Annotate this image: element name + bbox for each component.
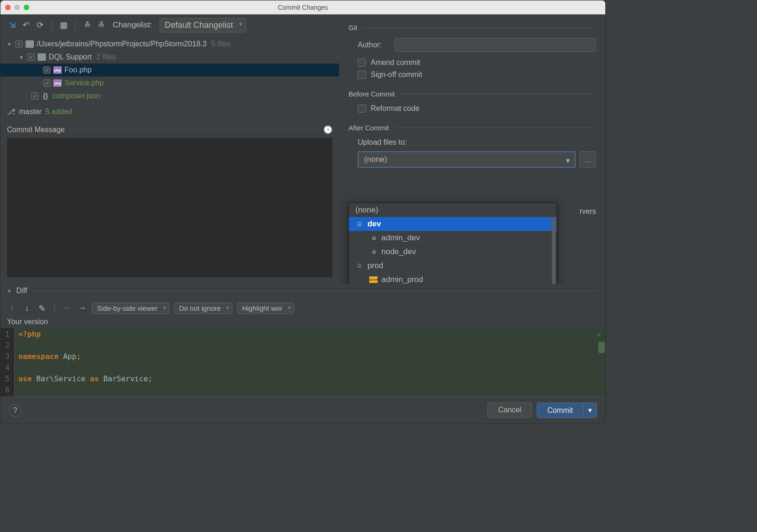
tree-root[interactable]: ▼ /Users/jetbrains/PhpstormProjects/PhpS… bbox=[0, 38, 339, 51]
changes-toolbar: ⇲ ↶ ⟳ ▦ ≛ ≚ Changelist: Default Changeli… bbox=[0, 14, 339, 36]
server-group-icon: ☰ bbox=[355, 221, 364, 227]
expand-all-icon[interactable]: ≛ bbox=[82, 20, 92, 30]
checkbox[interactable] bbox=[43, 66, 51, 74]
dd-option-node-dev[interactable]: 🖥 node_dev bbox=[349, 245, 557, 259]
server-icon: 🖥 bbox=[369, 249, 378, 255]
php-icon: php bbox=[53, 79, 62, 87]
prev-file-icon[interactable]: ← bbox=[62, 303, 72, 313]
checkmark-icon: ✓ bbox=[597, 330, 602, 339]
checkbox[interactable] bbox=[27, 53, 35, 61]
changelist-label: Changelist: bbox=[113, 20, 152, 30]
file-tree: ▼ /Users/jetbrains/PhpstormProjects/PhpS… bbox=[0, 36, 339, 104]
checkbox[interactable] bbox=[43, 79, 51, 87]
sftp-icon: SFTP bbox=[369, 276, 378, 283]
before-commit-header: Before Commit bbox=[348, 90, 395, 98]
dropdown-scrollbar[interactable] bbox=[552, 217, 556, 284]
dd-option-prod[interactable]: ☰ prod bbox=[349, 259, 557, 273]
titlebar: Commit Changes bbox=[0, 0, 605, 14]
dd-option-admin-prod[interactable]: SFTP admin_prod bbox=[349, 273, 557, 284]
diff-label: Diff bbox=[16, 287, 27, 295]
group-icon[interactable]: ▦ bbox=[58, 20, 69, 30]
collapse-icon[interactable]: ⇲ bbox=[7, 20, 17, 30]
dd-option-admin-dev[interactable]: 🖥 admin_dev bbox=[349, 231, 557, 245]
after-commit-header: After Commit bbox=[348, 124, 389, 132]
dd-option-dev[interactable]: ☰ dev bbox=[349, 217, 557, 231]
tree-file-foo[interactable]: php Foo.php bbox=[0, 64, 339, 77]
reformat-checkbox[interactable] bbox=[358, 104, 366, 113]
diff-editor[interactable]: 1 2 3 4 5 6 <?php namespace App; use Bar… bbox=[0, 328, 605, 397]
collapse-all-icon[interactable]: ≚ bbox=[96, 20, 106, 30]
undo-icon[interactable]: ↶ bbox=[21, 20, 31, 30]
viewer-dropdown[interactable]: Side-by-side viewer bbox=[92, 302, 169, 314]
more-button[interactable]: … bbox=[579, 151, 596, 168]
upload-label: Upload files to: bbox=[358, 138, 596, 147]
amend-label: Amend commit bbox=[371, 58, 420, 67]
folder-icon bbox=[38, 53, 46, 61]
checkbox[interactable] bbox=[15, 40, 23, 48]
history-icon[interactable]: 🕓 bbox=[323, 125, 333, 134]
server-group-icon: ☰ bbox=[355, 263, 364, 269]
edit-icon[interactable]: ✎ bbox=[37, 303, 47, 314]
dd-option-none[interactable]: (none) bbox=[349, 203, 557, 217]
your-version-label: Your version bbox=[0, 316, 605, 328]
branch-icon: ⎇ bbox=[7, 107, 15, 116]
code-area[interactable]: <?php namespace App; use Bar\Service as … bbox=[15, 328, 605, 397]
commit-button[interactable]: Commit ▾ bbox=[537, 403, 597, 418]
reformat-label: Reformat code bbox=[371, 104, 419, 113]
commit-caret[interactable]: ▾ bbox=[583, 403, 597, 417]
branch-status: ⎇ master 5 added bbox=[0, 104, 339, 119]
help-button[interactable]: ? bbox=[9, 404, 22, 417]
upload-dropdown[interactable]: (none) bbox=[358, 151, 576, 168]
tree-folder[interactable]: ▼ DQL Support 2 files bbox=[0, 51, 339, 64]
folder-icon bbox=[26, 40, 34, 48]
upload-dropdown-popup: (none) ☰ dev 🖥 admin_dev 🖥 node_dev bbox=[348, 203, 557, 284]
line-gutter: 1 2 3 4 5 6 bbox=[0, 328, 15, 397]
checkbox[interactable] bbox=[31, 92, 38, 100]
cancel-button[interactable]: Cancel bbox=[488, 403, 532, 418]
refresh-icon[interactable]: ⟳ bbox=[35, 20, 45, 30]
signoff-label: Sign-off commit bbox=[371, 71, 422, 79]
author-input[interactable] bbox=[395, 38, 596, 52]
tree-file-service[interactable]: php Service.php bbox=[0, 77, 339, 90]
commit-message-label: Commit Message bbox=[7, 126, 64, 134]
signoff-checkbox[interactable] bbox=[358, 71, 366, 79]
json-icon: {} bbox=[41, 92, 50, 100]
tree-file-composer[interactable]: {} composer.json bbox=[0, 90, 339, 103]
next-file-icon[interactable]: → bbox=[77, 303, 87, 313]
next-diff-icon[interactable]: ↓ bbox=[22, 303, 32, 313]
amend-checkbox[interactable] bbox=[358, 58, 366, 67]
highlight-dropdown[interactable]: Highlight wor bbox=[237, 302, 294, 314]
minimap[interactable] bbox=[598, 342, 605, 353]
prev-diff-icon[interactable]: ↑ bbox=[7, 303, 17, 313]
window-title: Commit Changes bbox=[0, 4, 605, 11]
php-icon: php bbox=[53, 66, 62, 74]
changelist-dropdown[interactable]: Default Changelist bbox=[160, 18, 246, 32]
commit-message-textarea[interactable] bbox=[7, 138, 333, 277]
git-header: Git bbox=[348, 24, 357, 32]
ignore-dropdown[interactable]: Do not ignore bbox=[174, 302, 232, 314]
author-label: Author: bbox=[358, 41, 390, 49]
server-icon: 🖥 bbox=[369, 235, 378, 241]
